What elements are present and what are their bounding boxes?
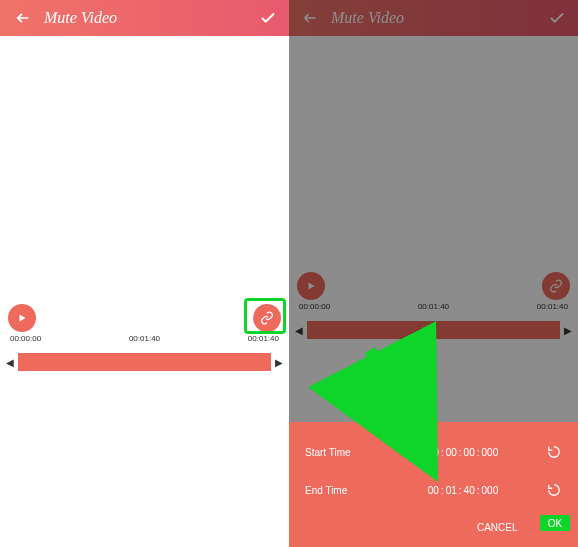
time-mid-label: 00:01:40 <box>418 302 449 311</box>
time-labels: 00:00:00 00:01:40 00:01:40 <box>289 302 578 311</box>
start-hours[interactable]: 00 <box>428 447 439 458</box>
end-time-segments[interactable]: 00: 01: 40: 000 <box>380 485 546 496</box>
video-preview <box>289 36 578 264</box>
ok-button[interactable]: OK <box>536 520 562 535</box>
trimmer-bar[interactable] <box>307 321 560 339</box>
start-seconds[interactable]: 00 <box>464 447 475 458</box>
start-time-row: Start Time 00: 00: 00: 000 <box>305 444 562 460</box>
link-time-button[interactable] <box>542 272 570 300</box>
screen-right: Mute Video 00:00:00 00:01:40 00:01:40 ◀ … <box>289 0 578 547</box>
trimmer-bar[interactable] <box>18 353 271 371</box>
reset-end-icon[interactable] <box>546 482 562 498</box>
controls-row <box>0 296 289 334</box>
time-end-label: 00:01:40 <box>537 302 568 311</box>
time-start-label: 00:00:00 <box>299 302 330 311</box>
play-button[interactable] <box>8 304 36 332</box>
back-icon[interactable] <box>301 10 319 26</box>
confirm-icon[interactable] <box>259 9 277 27</box>
screen-left: Mute Video 00:00:00 00:01:40 00:01:40 ◀ … <box>0 0 289 547</box>
chevron-left-icon[interactable]: ◀ <box>6 357 14 368</box>
video-preview <box>0 36 289 296</box>
end-seconds[interactable]: 40 <box>464 485 475 496</box>
start-minutes[interactable]: 00 <box>446 447 457 458</box>
back-icon[interactable] <box>12 10 32 26</box>
cancel-button[interactable]: CANCEL <box>477 522 518 533</box>
trimmer[interactable]: ◀ ▶ <box>289 311 578 349</box>
time-end-label: 00:01:40 <box>248 334 279 343</box>
page-title: Mute Video <box>331 9 536 27</box>
start-ms[interactable]: 000 <box>482 447 499 458</box>
page-title: Mute Video <box>44 9 247 27</box>
time-mid-label: 00:01:40 <box>129 334 160 343</box>
end-time-label: End Time <box>305 485 380 496</box>
chevron-right-icon[interactable]: ▶ <box>564 325 572 336</box>
app-header: Mute Video <box>0 0 289 36</box>
end-hours[interactable]: 00 <box>428 485 439 496</box>
controls-row <box>289 264 578 302</box>
confirm-icon[interactable] <box>548 9 566 27</box>
end-time-row: End Time 00: 01: 40: 000 <box>305 482 562 498</box>
time-range-panel: Start Time 00: 00: 00: 000 End Time 00: … <box>289 422 578 547</box>
trimmer[interactable]: ◀ ▶ <box>0 343 289 381</box>
start-time-segments[interactable]: 00: 00: 00: 000 <box>380 447 546 458</box>
end-minutes[interactable]: 01 <box>446 485 457 496</box>
chevron-right-icon[interactable]: ▶ <box>275 357 283 368</box>
time-labels: 00:00:00 00:01:40 00:01:40 <box>0 334 289 343</box>
link-time-button[interactable] <box>253 304 281 332</box>
chevron-left-icon[interactable]: ◀ <box>295 325 303 336</box>
start-time-label: Start Time <box>305 447 380 458</box>
reset-start-icon[interactable] <box>546 444 562 460</box>
end-ms[interactable]: 000 <box>482 485 499 496</box>
time-start-label: 00:00:00 <box>10 334 41 343</box>
app-header: Mute Video <box>289 0 578 36</box>
play-button[interactable] <box>297 272 325 300</box>
panel-actions: CANCEL OK <box>305 520 562 535</box>
